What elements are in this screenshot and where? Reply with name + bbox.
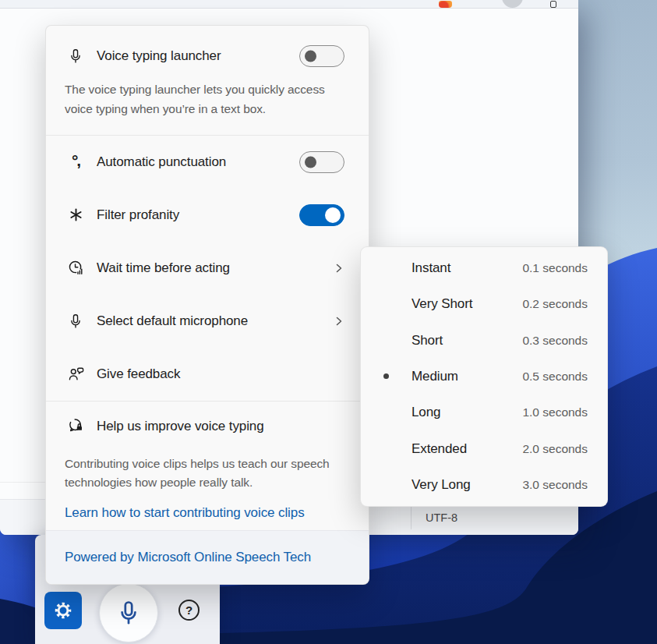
submenu-item-value: 0.1 seconds xyxy=(522,261,588,275)
voice-typing-mic-button[interactable] xyxy=(99,583,158,642)
submenu-item-label: Short xyxy=(412,333,443,349)
submenu-item-label: Medium xyxy=(412,369,458,384)
submenu-item-long[interactable]: Long 1.0 seconds xyxy=(361,395,607,430)
feedback-icon xyxy=(66,365,85,384)
submenu-item-instant[interactable]: Instant 0.1 seconds xyxy=(361,250,607,286)
menu-item-help-improve[interactable]: Help us improve voice typing xyxy=(46,405,369,448)
submenu-item-value: 0.2 seconds xyxy=(522,297,588,311)
voice-typing-launcher-toggle[interactable] xyxy=(299,45,344,67)
microphone-icon xyxy=(66,312,85,331)
chevron-right-icon xyxy=(334,316,344,327)
submenu-item-value: 1.0 seconds xyxy=(522,405,588,419)
menu-item-label: Wait time before acting xyxy=(97,260,230,276)
submenu-item-medium[interactable]: Medium 0.5 seconds xyxy=(361,359,607,395)
automatic-punctuation-toggle[interactable] xyxy=(299,151,344,173)
submenu-item-extended[interactable]: Extended 2.0 seconds xyxy=(361,430,607,466)
menu-item-automatic-punctuation[interactable]: °, Automatic punctuation xyxy=(46,136,369,189)
wait-time-submenu: Instant 0.1 seconds Very Short 0.2 secon… xyxy=(360,246,608,507)
submenu-item-value: 0.5 seconds xyxy=(522,370,588,384)
speech-bubble-lock-icon xyxy=(66,417,85,436)
menu-item-label: Select default microphone xyxy=(97,313,248,329)
gear-icon xyxy=(53,600,73,621)
page-icon xyxy=(550,1,556,8)
question-mark-glyph: ? xyxy=(185,603,193,617)
filter-profanity-toggle[interactable] xyxy=(299,204,344,226)
submenu-item-label: Instant xyxy=(412,260,450,276)
submenu-item-very-long[interactable]: Very Long 3.0 seconds xyxy=(361,467,607,503)
help-button[interactable]: ? xyxy=(178,600,200,621)
menu-item-give-feedback[interactable]: Give feedback xyxy=(46,348,369,401)
menu-item-voice-typing-launcher[interactable]: Voice typing launcher xyxy=(46,38,369,74)
submenu-item-short[interactable]: Short 0.3 seconds xyxy=(361,323,607,359)
menu-item-select-default-microphone[interactable]: Select default microphone xyxy=(46,295,369,348)
menu-item-label: Voice typing launcher xyxy=(97,48,221,64)
submenu-item-label: Very Short xyxy=(412,296,472,312)
screen: UTF-8 ? xyxy=(0,0,657,644)
toggle-knob xyxy=(305,156,316,168)
clock-wait-icon xyxy=(66,259,85,278)
menu-item-wait-time[interactable]: Wait time before acting xyxy=(46,242,369,295)
launcher-description: The voice typing launcher lets you quick… xyxy=(65,80,330,119)
improve-description: Contributing voice clips helps us teach … xyxy=(65,455,330,494)
browser-toolbar-edge xyxy=(0,0,578,9)
status-bar-divider xyxy=(411,505,412,529)
settings-button[interactable] xyxy=(44,592,82,629)
selected-bullet xyxy=(383,373,389,379)
submenu-item-value: 0.3 seconds xyxy=(522,334,588,348)
submenu-item-label: Long xyxy=(412,405,440,420)
submenu-item-value: 3.0 seconds xyxy=(522,478,588,492)
menu-item-filter-profanity[interactable]: Filter profanity xyxy=(46,189,369,242)
punctuation-icon: °, xyxy=(66,153,85,172)
powered-by-link[interactable]: Powered by Microsoft Online Speech Tech xyxy=(65,550,311,565)
submenu-item-label: Very Long xyxy=(412,477,471,493)
microphone-icon xyxy=(66,47,85,65)
asterisk-icon xyxy=(66,206,85,225)
menu-item-label: Filter profanity xyxy=(97,207,179,223)
browser-logo-icon xyxy=(439,1,452,8)
submenu-item-label: Extended xyxy=(412,441,467,457)
microphone-icon xyxy=(115,599,143,627)
avatar xyxy=(502,0,523,8)
menu-item-label: Give feedback xyxy=(97,366,180,382)
menu-item-label: Help us improve voice typing xyxy=(97,419,264,434)
submenu-item-very-short[interactable]: Very Short 0.2 seconds xyxy=(361,286,607,322)
toggle-knob xyxy=(325,207,341,223)
flyout-footer: Powered by Microsoft Online Speech Tech xyxy=(46,530,369,584)
submenu-item-value: 2.0 seconds xyxy=(522,442,588,456)
voice-typing-settings-flyout: Voice typing launcher The voice typing l… xyxy=(45,25,369,585)
chevron-right-icon xyxy=(334,263,344,274)
learn-contributing-link[interactable]: Learn how to start contributing voice cl… xyxy=(65,505,350,521)
menu-item-label: Automatic punctuation xyxy=(97,154,226,170)
toggle-knob xyxy=(305,51,316,62)
